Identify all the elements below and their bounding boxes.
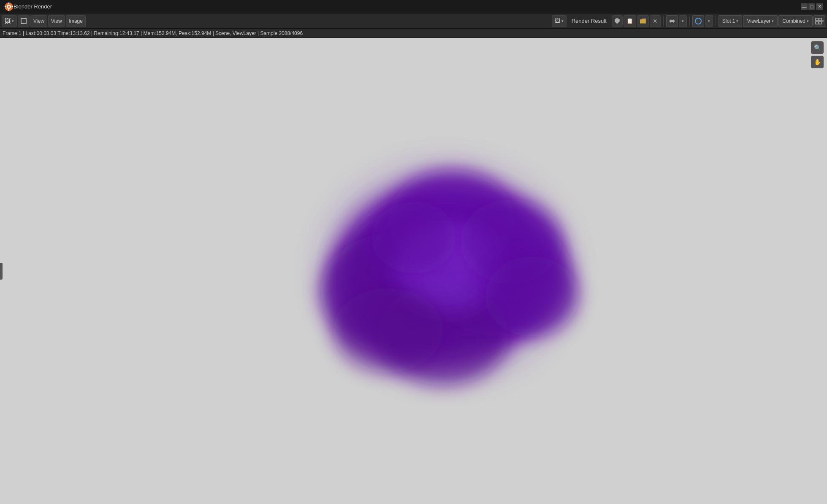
- shield-icon: [615, 18, 620, 24]
- folder-icon: [640, 19, 646, 24]
- close-render-button[interactable]: ✕: [650, 15, 661, 27]
- zoom-icon: 🔍: [814, 44, 821, 51]
- render-output-blob: [287, 128, 604, 415]
- left-drag-handle[interactable]: [0, 263, 3, 280]
- close-button[interactable]: ✕: [816, 3, 823, 10]
- copy-button[interactable]: 📋: [624, 15, 636, 27]
- zoom-button[interactable]: 🔍: [811, 41, 824, 54]
- svg-point-24: [485, 256, 578, 337]
- image-frame-icon: [21, 18, 27, 24]
- status-bar: Frame:1 | Last:00:03.03 Time:13:13.62 | …: [0, 29, 827, 38]
- slot-button[interactable]: Slot 1 ▾: [719, 15, 743, 27]
- render-arrows-button[interactable]: [666, 15, 678, 27]
- render-result-img-icon: 🖼: [555, 18, 560, 24]
- hand-icon: ✋: [814, 59, 821, 65]
- close-icon: ✕: [653, 18, 658, 24]
- image-icon-button[interactable]: [18, 15, 30, 27]
- svg-rect-10: [819, 22, 822, 24]
- view-layer-label: ViewLayer: [747, 18, 770, 24]
- blender-logo-icon: [4, 2, 14, 11]
- globe-dropdown[interactable]: ▾: [705, 15, 713, 27]
- view-dropdown-button[interactable]: View: [48, 15, 65, 27]
- status-text: Frame:1 | Last:00:03.03 Time:13:13.62 | …: [3, 30, 303, 36]
- svg-rect-8: [819, 18, 822, 21]
- maximize-button[interactable]: □: [808, 3, 815, 10]
- render-arrows-icon: [668, 17, 676, 25]
- app-title: Blender Render: [14, 3, 823, 10]
- hand-button[interactable]: ✋: [811, 56, 824, 68]
- title-bar: Blender Render — □ ✕: [0, 0, 827, 13]
- render-result-label: Render Result: [567, 18, 611, 24]
- grid-icon: [815, 18, 822, 24]
- svg-point-23: [334, 288, 443, 372]
- copy-icon: 📋: [626, 18, 633, 24]
- separator-1: [663, 16, 664, 26]
- combined-button[interactable]: Combined ▾: [778, 15, 813, 27]
- window-controls[interactable]: — □ ✕: [801, 3, 823, 10]
- right-tools-panel: 🔍 ✋: [811, 41, 824, 68]
- grid-button[interactable]: ▾: [813, 15, 825, 27]
- view-menu-button[interactable]: View: [30, 15, 47, 27]
- render-arrows-dropdown[interactable]: ▾: [679, 15, 687, 27]
- svg-rect-9: [816, 22, 818, 24]
- view-label: View: [51, 18, 62, 24]
- render-canvas: 🔍 ✋: [0, 38, 827, 504]
- render-result-icon-button[interactable]: 🖼 ▾: [552, 15, 567, 27]
- svg-rect-7: [816, 18, 818, 21]
- combined-label: Combined: [782, 18, 805, 24]
- shield-button[interactable]: [612, 15, 623, 27]
- view-layer-button[interactable]: ViewLayer ▾: [743, 15, 778, 27]
- globe-button[interactable]: [692, 15, 704, 27]
- folder-button[interactable]: [637, 15, 649, 27]
- svg-point-2: [8, 5, 10, 8]
- minimize-button[interactable]: —: [801, 3, 808, 10]
- separator-2: [689, 16, 690, 26]
- svg-point-25: [371, 202, 456, 273]
- globe-icon: [695, 18, 702, 24]
- image-menu-button[interactable]: Image: [66, 15, 86, 27]
- render-blob-svg: [287, 128, 604, 415]
- separator-3: [716, 16, 716, 26]
- toolbar: 🖼 ▾ View View Image 🖼 ▾ Render Result: [0, 13, 827, 29]
- slot-label: Slot 1: [722, 18, 735, 24]
- editor-type-button[interactable]: 🖼 ▾: [2, 15, 17, 27]
- editor-type-icon: 🖼: [5, 18, 11, 24]
- main-content: 🖼 ▾ View View Image 🖼 ▾ Render Result: [0, 13, 827, 504]
